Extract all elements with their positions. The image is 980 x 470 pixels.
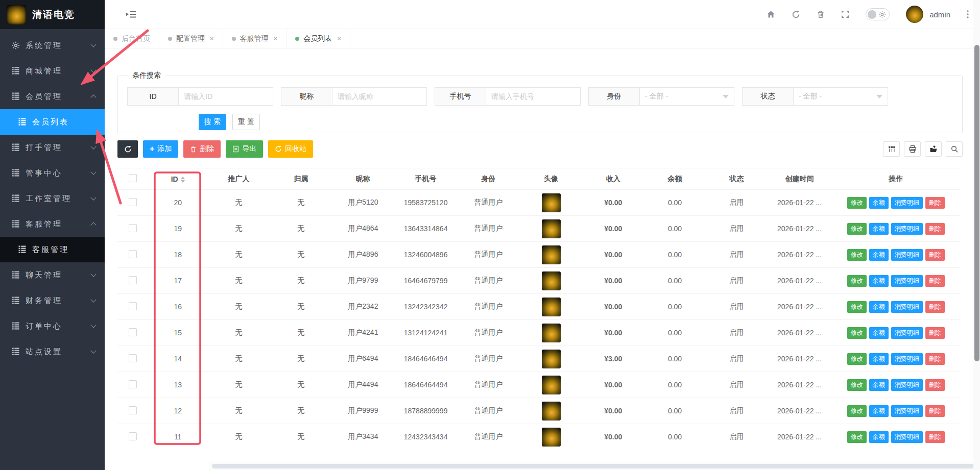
delete-button[interactable]: 删除 (183, 140, 221, 158)
select-all-checkbox[interactable] (129, 174, 137, 182)
id-input[interactable] (178, 87, 273, 106)
sidebar-item-system[interactable]: 系统管理 (0, 33, 105, 58)
collapse-sidebar-icon[interactable] (126, 11, 136, 18)
edit-button[interactable]: 修改 (847, 197, 867, 209)
row-checkbox[interactable] (129, 224, 137, 232)
edit-button[interactable]: 修改 (847, 223, 867, 235)
edit-button[interactable]: 修改 (847, 327, 867, 339)
sort-icon[interactable] (181, 177, 185, 183)
tab-dashboard[interactable]: 后台首页 (105, 29, 159, 48)
column-header-id[interactable]: ID (148, 168, 207, 190)
fullscreen-icon[interactable] (841, 10, 849, 18)
row-delete-button[interactable]: 删除 (925, 197, 945, 209)
balance-button[interactable]: 余额 (869, 249, 889, 261)
export-data-button[interactable] (925, 141, 942, 157)
consumption-detail-button[interactable]: 消费明细 (891, 405, 923, 417)
edit-button[interactable]: 修改 (847, 249, 867, 261)
balance-button[interactable]: 余额 (869, 379, 889, 391)
user-menu[interactable]: admin (906, 6, 950, 23)
row-checkbox[interactable] (129, 406, 137, 414)
tab-service[interactable]: 客服管理 × (223, 29, 287, 48)
edit-button[interactable]: 修改 (847, 353, 867, 365)
sidebar-item-member-list[interactable]: 会员列表 (0, 109, 105, 135)
row-delete-button[interactable]: 删除 (925, 327, 945, 339)
refresh-table-button[interactable] (117, 140, 138, 158)
row-checkbox[interactable] (129, 276, 137, 284)
row-checkbox[interactable] (129, 354, 137, 362)
edit-button[interactable]: 修改 (847, 275, 867, 287)
sidebar-item-mall[interactable]: 商城管理 (0, 58, 105, 84)
cell-promoter: 无 (207, 242, 270, 268)
consumption-detail-button[interactable]: 消费明细 (891, 353, 923, 365)
kebab-menu-icon[interactable] (967, 10, 969, 18)
sidebar-item-steward[interactable]: 管事中心 (0, 160, 105, 186)
consumption-detail-button[interactable]: 消费明细 (891, 197, 923, 209)
row-checkbox[interactable] (129, 432, 137, 440)
search-table-button[interactable] (946, 141, 963, 157)
print-button[interactable] (904, 141, 921, 157)
export-button[interactable]: 导出 (226, 140, 263, 158)
balance-button[interactable]: 余额 (869, 405, 889, 417)
trash-icon[interactable] (817, 10, 825, 18)
edit-button[interactable]: 修改 (847, 405, 867, 417)
edit-button[interactable]: 修改 (847, 431, 867, 443)
close-icon[interactable]: × (337, 35, 341, 42)
reset-button[interactable]: 重 置 (232, 114, 260, 130)
nickname-input[interactable] (332, 87, 427, 106)
home-icon[interactable] (767, 10, 775, 18)
row-delete-button[interactable]: 删除 (925, 379, 945, 391)
theme-toggle[interactable] (866, 8, 890, 20)
horizontal-scrollbar-thumb[interactable] (212, 464, 980, 468)
row-delete-button[interactable]: 删除 (925, 431, 945, 443)
balance-button[interactable]: 余额 (869, 353, 889, 365)
consumption-detail-button[interactable]: 消费明细 (891, 327, 923, 339)
balance-button[interactable]: 余额 (869, 327, 889, 339)
sidebar-item-studio[interactable]: 工作室管理 (0, 186, 105, 211)
status-select[interactable]: - 全部 - (793, 87, 888, 106)
consumption-detail-button[interactable]: 消费明细 (891, 301, 923, 313)
balance-button[interactable]: 余额 (869, 301, 889, 313)
sidebar-item-finance[interactable]: 财务管理 (0, 288, 105, 313)
sidebar-item-site[interactable]: 站点设置 (0, 339, 105, 364)
balance-button[interactable]: 余额 (869, 431, 889, 443)
edit-button[interactable]: 修改 (847, 379, 867, 391)
row-delete-button[interactable]: 删除 (925, 223, 945, 235)
recycle-bin-button[interactable]: 回收站 (268, 140, 313, 158)
row-delete-button[interactable]: 删除 (925, 249, 945, 261)
consumption-detail-button[interactable]: 消费明细 (891, 379, 923, 391)
row-checkbox[interactable] (129, 328, 137, 336)
sidebar-item-service[interactable]: 客服管理 (0, 211, 105, 237)
close-icon[interactable]: × (210, 35, 214, 42)
row-checkbox[interactable] (129, 198, 137, 206)
edit-button[interactable]: 修改 (847, 301, 867, 313)
search-button[interactable]: 搜 索 (199, 114, 226, 130)
vertical-scrollbar-thumb[interactable] (974, 45, 979, 361)
row-delete-button[interactable]: 删除 (925, 353, 945, 365)
sidebar-item-chat[interactable]: 聊天管理 (0, 262, 105, 288)
close-icon[interactable]: × (274, 35, 278, 42)
sidebar-item-service-manage[interactable]: 客服管理 (0, 237, 105, 262)
consumption-detail-button[interactable]: 消费明细 (891, 275, 923, 287)
balance-button[interactable]: 余额 (869, 275, 889, 287)
row-delete-button[interactable]: 删除 (925, 405, 945, 417)
consumption-detail-button[interactable]: 消费明细 (891, 431, 923, 443)
consumption-detail-button[interactable]: 消费明细 (891, 249, 923, 261)
sidebar-item-members[interactable]: 会员管理 (0, 84, 105, 109)
row-checkbox[interactable] (129, 250, 137, 258)
row-checkbox[interactable] (129, 302, 137, 310)
row-delete-button[interactable]: 删除 (925, 275, 945, 287)
add-button[interactable]: + 添加 (143, 140, 178, 158)
identity-select[interactable]: - 全部 - (639, 87, 734, 106)
sidebar-item-boosters[interactable]: 打手管理 (0, 135, 105, 160)
row-delete-button[interactable]: 删除 (925, 301, 945, 313)
tab-member-list[interactable]: 会员列表 × (286, 29, 350, 48)
consumption-detail-button[interactable]: 消费明细 (891, 223, 923, 235)
sidebar-item-orders[interactable]: 订单中心 (0, 313, 105, 339)
refresh-icon[interactable] (792, 10, 800, 19)
balance-button[interactable]: 余额 (869, 223, 889, 235)
balance-button[interactable]: 余额 (869, 197, 889, 209)
phone-input[interactable] (486, 87, 581, 106)
toggle-columns-button[interactable] (883, 141, 900, 157)
tab-config[interactable]: 配置管理 × (159, 29, 223, 48)
row-checkbox[interactable] (129, 380, 137, 388)
